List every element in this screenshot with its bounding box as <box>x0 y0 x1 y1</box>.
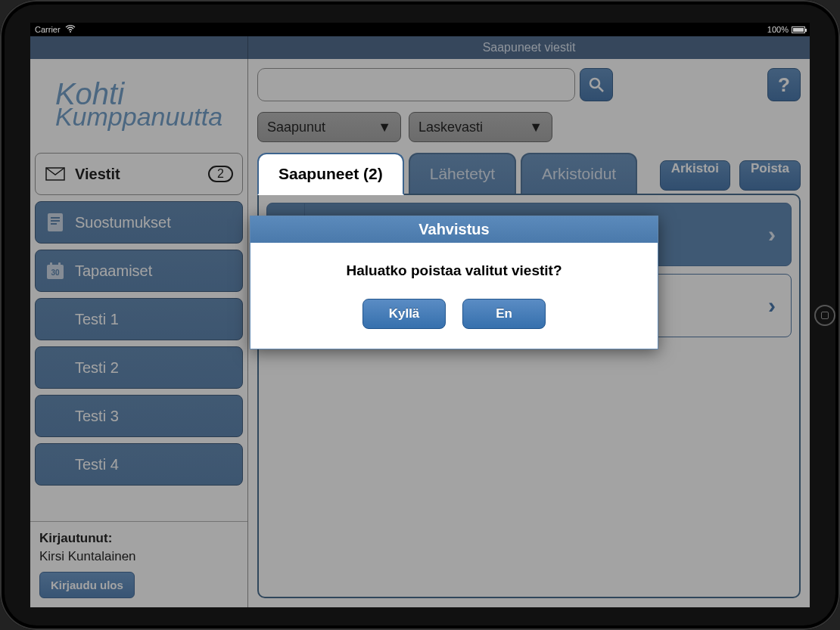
tab-inbox[interactable]: Saapuneet (2) <box>257 153 404 195</box>
battery-label: 100% <box>767 25 789 34</box>
confirm-yes-button[interactable]: Kyllä <box>362 299 446 329</box>
svg-point-0 <box>70 31 71 33</box>
dialog-title: Vahvistus <box>250 216 658 243</box>
battery-icon <box>792 26 805 33</box>
tablet-frame: Carrier 100% Saapuneet viestit KohtiKump… <box>0 0 840 630</box>
dialog-message: Haluatko poistaa valitut viestit? <box>270 262 638 279</box>
confirm-no-button[interactable]: En <box>462 299 546 329</box>
wifi-icon <box>65 25 76 33</box>
status-bar: Carrier 100% <box>30 23 810 36</box>
screen: Carrier 100% Saapuneet viestit KohtiKump… <box>30 23 810 607</box>
carrier-label: Carrier <box>35 25 61 34</box>
home-button[interactable] <box>814 305 835 326</box>
confirm-dialog: Vahvistus Haluatko poistaa valitut viest… <box>250 216 658 349</box>
